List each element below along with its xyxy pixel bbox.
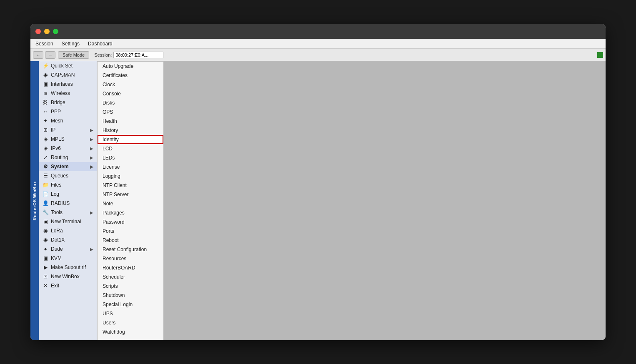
ppp-icon: ↔ — [42, 108, 49, 115]
lora-icon: ◉ — [42, 227, 49, 234]
radius-icon: 👤 — [42, 200, 49, 207]
sidebar-item-quick-set[interactable]: ⚡Quick Set — [39, 61, 97, 70]
mpls-icon: ◈ — [42, 136, 49, 142]
submenu-item-note[interactable]: Note — [98, 199, 163, 208]
submenu-item-ports[interactable]: Ports — [98, 227, 163, 236]
submenu-item-scheduler[interactable]: Scheduler — [98, 272, 163, 282]
sidebar-item-radius[interactable]: 👤RADIUS — [39, 199, 97, 208]
sidebar-item-files[interactable]: 📁Files — [39, 180, 97, 189]
submenu-item-certificates[interactable]: Certificates — [98, 71, 163, 80]
titlebar — [30, 24, 606, 39]
submenu-item-auto-upgrade[interactable]: Auto Upgrade — [98, 62, 163, 71]
sidebar-item-interfaces[interactable]: ▣Interfaces — [39, 80, 97, 89]
submenu-item-routerboard[interactable]: RouterBOARD — [98, 263, 163, 272]
submenu-item-packages[interactable]: Packages — [98, 208, 163, 217]
submenu-item-reset-config[interactable]: Reset Configuration — [98, 245, 163, 254]
sidebar-item-bridge[interactable]: ⛓Bridge — [39, 98, 97, 107]
sidebar-item-lora[interactable]: ◉LoRa — [39, 226, 97, 235]
new-terminal-icon: ▣ — [42, 218, 49, 225]
sidebar-item-mpls[interactable]: ◈MPLS▶ — [39, 135, 97, 144]
sidebar-item-tools[interactable]: 🔧Tools▶ — [39, 208, 97, 217]
submenu-item-users[interactable]: Users — [98, 318, 163, 327]
submenu-item-history[interactable]: History — [98, 126, 163, 135]
sidebar-item-new-terminal[interactable]: ▣New Terminal — [39, 217, 97, 226]
system-submenu: Auto UpgradeCertificatesClockConsoleDisk… — [97, 61, 164, 340]
back-button[interactable]: ← — [33, 51, 43, 59]
submenu-item-clock[interactable]: Clock — [98, 80, 163, 89]
sidebar-item-dot1x[interactable]: ◉Dot1X — [39, 235, 97, 244]
interfaces-icon: ▣ — [42, 81, 49, 87]
submenu-item-identity[interactable]: Identity — [98, 135, 163, 144]
menu-session[interactable]: Session — [34, 40, 55, 47]
sidebar-item-routing[interactable]: ⤢Routing▶ — [39, 153, 97, 162]
dot1x-icon: ◉ — [42, 237, 49, 243]
submenu-item-health[interactable]: Health — [98, 117, 163, 126]
sidebar-item-wireless[interactable]: ≋Wireless — [39, 89, 97, 98]
routing-icon: ⤢ — [42, 154, 49, 161]
bridge-icon: ⛓ — [42, 99, 49, 106]
sidebar-label-ip: IP — [51, 127, 55, 133]
ipv6-arrow-icon: ▶ — [90, 146, 93, 151]
sidebar-label-interfaces: Interfaces — [51, 81, 73, 87]
menubar: Session Settings Dashboard — [30, 39, 606, 49]
sidebar-item-ipv6[interactable]: ◈IPv6▶ — [39, 144, 97, 153]
submenu-item-shutdown[interactable]: Shutdown — [98, 291, 163, 300]
submenu-item-scripts[interactable]: Scripts — [98, 282, 163, 291]
log-icon: 📄 — [42, 191, 49, 197]
submenu-item-resources[interactable]: Resources — [98, 254, 163, 263]
menu-settings[interactable]: Settings — [60, 40, 81, 47]
safe-mode-button[interactable]: Safe Mode — [58, 51, 89, 59]
submenu-item-gps[interactable]: GPS — [98, 107, 163, 117]
tools-icon: 🔧 — [42, 209, 49, 216]
submenu-item-logging[interactable]: Logging — [98, 172, 163, 181]
sidebar-label-mesh: Mesh — [51, 118, 63, 124]
sidebar-label-mpls: MPLS — [51, 136, 65, 142]
ipv6-icon: ◈ — [42, 145, 49, 152]
routing-arrow-icon: ▶ — [90, 155, 93, 160]
submenu-item-ntp-server[interactable]: NTP Server — [98, 190, 163, 199]
submenu-item-watchdog[interactable]: Watchdog — [98, 327, 163, 337]
ip-arrow-icon: ▶ — [90, 128, 93, 132]
maximize-button[interactable] — [53, 29, 58, 34]
session-input[interactable] — [113, 52, 163, 58]
sidebar-label-dot1x: Dot1X — [51, 237, 65, 243]
sidebar-item-mesh[interactable]: ✦Mesh — [39, 116, 97, 125]
files-icon: 📁 — [42, 182, 49, 188]
new-winbox-icon: ⊡ — [42, 273, 49, 280]
sidebar-outer: RouterOS WinBox ⚡Quick Set◉CAPsMAN▣Inter… — [30, 61, 97, 340]
sidebar-label-routing: Routing — [51, 155, 68, 160]
sidebar-label-capsman: CAPsMAN — [51, 72, 75, 78]
dude-arrow-icon: ▶ — [90, 247, 93, 252]
submenu-item-special-login[interactable]: Special Login — [98, 300, 163, 309]
ip-icon: ⊞ — [42, 127, 49, 133]
sidebar-item-capsman[interactable]: ◉CAPsMAN — [39, 70, 97, 80]
sidebar-item-exit[interactable]: ✕Exit — [39, 281, 97, 290]
submenu-item-password[interactable]: Password — [98, 217, 163, 227]
content-area: RouterOS WinBox ⚡Quick Set◉CAPsMAN▣Inter… — [30, 61, 606, 340]
sidebar-item-kvm[interactable]: ▣KVM — [39, 254, 97, 263]
winbox-label: RouterOS WinBox — [30, 61, 39, 340]
sidebar-item-dude[interactable]: ●Dude▶ — [39, 244, 97, 254]
sidebar-item-make-supout[interactable]: ▶Make Supout.rif — [39, 263, 97, 272]
sidebar-item-ip[interactable]: ⊞IP▶ — [39, 125, 97, 135]
submenu-item-reboot[interactable]: Reboot — [98, 236, 163, 245]
sidebar-item-log[interactable]: 📄Log — [39, 189, 97, 199]
toolbar: ← → Safe Mode Session: — [30, 49, 606, 61]
sidebar-label-system: System — [51, 164, 69, 170]
sidebar-item-system[interactable]: ⚙System▶ — [39, 162, 97, 171]
sidebar-item-ppp[interactable]: ↔PPP — [39, 107, 97, 116]
minimize-button[interactable] — [44, 29, 50, 34]
submenu-item-ups[interactable]: UPS — [98, 309, 163, 318]
sidebar-label-bridge: Bridge — [51, 100, 65, 105]
sidebar-item-new-winbox[interactable]: ⊡New WinBox — [39, 272, 97, 281]
submenu-item-license[interactable]: License — [98, 162, 163, 172]
menu-dashboard[interactable]: Dashboard — [86, 40, 114, 47]
close-button[interactable] — [35, 29, 41, 34]
submenu-item-console[interactable]: Console — [98, 89, 163, 98]
submenu-item-lcd[interactable]: LCD — [98, 144, 163, 153]
submenu-item-disks[interactable]: Disks — [98, 98, 163, 107]
submenu-item-leds[interactable]: LEDs — [98, 153, 163, 162]
sidebar-item-queues[interactable]: ☰Queues — [39, 171, 97, 180]
forward-button[interactable]: → — [45, 51, 55, 59]
submenu-item-ntp-client[interactable]: NTP Client — [98, 181, 163, 190]
